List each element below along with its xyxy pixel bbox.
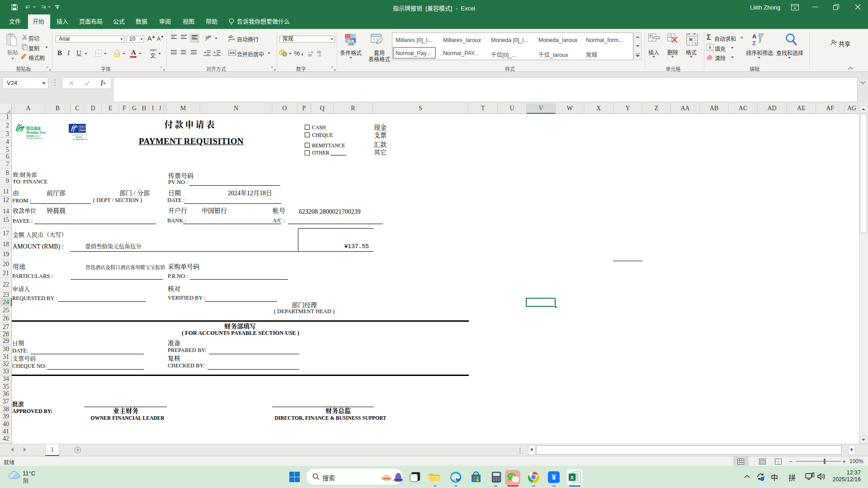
svg-text:X: X [571, 475, 574, 480]
svg-text:→0: →0 [316, 54, 321, 56]
svg-text:Z: Z [752, 40, 756, 47]
svg-text:假日酒店: 假日酒店 [26, 126, 41, 131]
svg-text:c: c [228, 38, 231, 42]
svg-text:ab: ab [205, 35, 210, 39]
svg-text:Holiday Inn: Holiday Inn [80, 127, 86, 129]
svg-text:¥: ¥ [552, 473, 556, 481]
svg-text:Express: Express [80, 129, 86, 131]
svg-text:.00: .00 [307, 54, 312, 56]
svg-text:A: A [752, 33, 757, 40]
svg-text:Holiday Inn: Holiday Inn [26, 130, 46, 135]
svg-text:智选假日酒店: 智选假日酒店 [80, 125, 86, 127]
